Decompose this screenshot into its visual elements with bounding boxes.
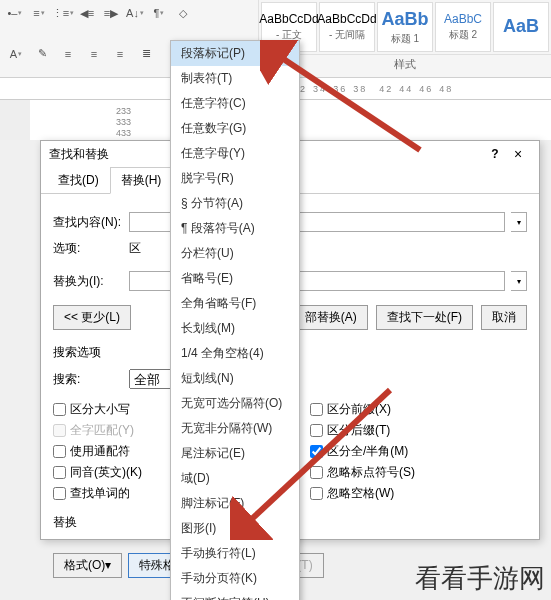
menu-full-ellipsis[interactable]: 全角省略号(F) [171,291,299,316]
bullets-icon[interactable]: •–▾ [4,4,26,22]
style-h1[interactable]: AaBb标题 1 [377,2,433,52]
search-dir-label: 搜索: [53,371,123,388]
close-button[interactable]: × [505,146,531,162]
show-marks-icon[interactable]: ¶▾ [148,4,170,22]
font-color-icon[interactable]: A▾ [4,43,28,65]
menu-endnote[interactable]: 尾注标记(E) [171,441,299,466]
sort-icon[interactable]: A↓▾ [124,4,146,22]
ribbon-styles-group: AaBbCcDd- 正文 AaBbCcDd- 无间隔 AaBb标题 1 AaBb… [259,0,551,77]
justify-icon[interactable]: ≣ [134,43,158,65]
less-button[interactable]: << 更少(L) [53,305,131,330]
menu-zwj-opt[interactable]: 无宽可选分隔符(O) [171,391,299,416]
decr-indent-icon[interactable]: ◀≡ [76,4,98,22]
tab-find[interactable]: 查找(D) [47,167,110,193]
highlight-icon[interactable]: ✎ [30,43,54,65]
menu-ellipsis[interactable]: 省略号(E) [171,266,299,291]
menu-zwj-non[interactable]: 无宽非分隔符(W) [171,416,299,441]
align-left-icon[interactable]: ≡ [56,43,80,65]
menu-para-symbol[interactable]: ¶ 段落符号(A) [171,216,299,241]
find-dropdown-icon[interactable]: ▾ [511,212,527,232]
options-label: 选项: [53,240,123,257]
chk-suffix: 区分后缀(T) [310,422,527,439]
menu-section[interactable]: § 分节符(A) [171,191,299,216]
chk-punct: 忽略标点符号(S) [310,464,527,481]
chk-width: 区分全/半角(M) [310,443,527,460]
style-h3[interactable]: AaB [493,2,549,52]
menu-column-break[interactable]: 分栏符(U) [171,241,299,266]
menu-footnote[interactable]: 脚注标记(F) [171,491,299,516]
menu-paragraph-mark[interactable]: 段落标记(P) [171,41,299,66]
menu-emdash[interactable]: 长划线(M) [171,316,299,341]
menu-anyletter[interactable]: 任意字母(Y) [171,141,299,166]
format-button[interactable]: 格式(O)▾ [53,553,122,578]
incr-indent-icon[interactable]: ≡▶ [100,4,122,22]
clear-icon[interactable]: ◇ [172,4,194,22]
replace-label: 替换为(I): [53,273,123,290]
menu-caret[interactable]: 脱字号(R) [171,166,299,191]
replace-dropdown-icon[interactable]: ▾ [511,271,527,291]
styles-group-label: 样式 [259,54,551,74]
watermark: 看看手游网 [415,561,545,596]
checks-right: 区分前缀(X) 区分后缀(T) 区分全/半角(M) 忽略标点符号(S) 忽略空格… [310,397,527,506]
multilevel-icon[interactable]: ⋮≡▾ [52,4,74,22]
special-menu: 段落标记(P) 制表符(T) 任意字符(C) 任意数字(G) 任意字母(Y) 脱… [170,40,300,600]
menu-anydigit[interactable]: 任意数字(G) [171,116,299,141]
doc-text: 233 333 433 [116,106,131,139]
menu-quarter-space[interactable]: 1/4 全角空格(4) [171,341,299,366]
find-next-button[interactable]: 查找下一处(F) [376,305,473,330]
tab-replace[interactable]: 替换(H) [110,167,173,194]
find-label: 查找内容(N): [53,214,123,231]
menu-tab[interactable]: 制表符(T) [171,66,299,91]
style-h2[interactable]: AaBbC标题 2 [435,2,491,52]
menu-pagebreak[interactable]: 手动分页符(K) [171,566,299,591]
chk-space: 忽略空格(W) [310,485,527,502]
menu-field[interactable]: 域(D) [171,466,299,491]
dialog-title: 查找和替换 [49,146,109,163]
menu-anychar[interactable]: 任意字符(C) [171,91,299,116]
chk-prefix: 区分前缀(X) [310,401,527,418]
align-center-icon[interactable]: ≡ [82,43,106,65]
options-value: 区 [129,240,141,257]
style-nospacing[interactable]: AaBbCcDd- 无间隔 [319,2,375,52]
align-right-icon[interactable]: ≡ [108,43,132,65]
menu-linebreak[interactable]: 手动换行符(L) [171,541,299,566]
cancel-button[interactable]: 取消 [481,305,527,330]
menu-endash[interactable]: 短划线(N) [171,366,299,391]
menu-nb-hyphen[interactable]: 不间断连字符(H) [171,591,299,600]
replace-all-button[interactable]: 部替换(A) [294,305,368,330]
menu-graphic[interactable]: 图形(I) [171,516,299,541]
help-button[interactable]: ? [485,147,505,161]
numbering-icon[interactable]: ≡▾ [28,4,50,22]
